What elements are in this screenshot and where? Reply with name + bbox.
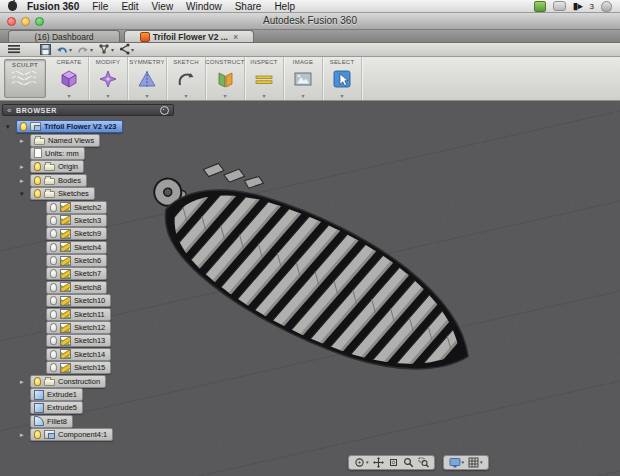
ribbon-group-caret[interactable]: ▾ [223,93,226,99]
display-dropdown-caret[interactable]: ▾ [462,460,465,465]
select-icon[interactable] [331,65,353,93]
ribbon-group-image[interactable]: IMAGE▾ [284,57,323,100]
hierarchy-dropdown-caret[interactable]: ▾ [111,47,114,53]
menu-share[interactable]: Share [235,1,262,12]
expand-arrow[interactable]: ▸ [20,177,30,184]
ribbon-group-create[interactable]: CREATE▾ [50,57,89,100]
tree-node-sketch4[interactable]: Sketch4 [46,241,107,254]
ribbon-group-symmetry[interactable]: SYMMETRY▾ [128,57,167,100]
tree-node-extrude5[interactable]: Extrude5 [30,401,83,414]
grid-button[interactable]: ▾ [468,454,483,472]
tree-node-sketch2[interactable]: Sketch2 [46,201,107,214]
orbit-button[interactable]: ▾ [354,454,369,472]
ribbon-group-modify[interactable]: MODIFY▾ [89,57,128,100]
fit-button[interactable] [388,454,399,472]
visibility-bulb-icon[interactable] [50,323,57,332]
image-icon[interactable] [292,65,314,93]
expand-arrow[interactable]: ▸ [20,378,30,385]
save-button[interactable] [40,41,51,59]
construct-icon[interactable] [214,65,236,93]
create-icon[interactable] [58,65,80,93]
sync-status-icon[interactable] [534,1,546,12]
inspect-icon[interactable] [253,65,275,93]
visibility-bulb-icon[interactable] [50,269,57,278]
visibility-bulb-icon[interactable] [34,430,41,439]
tree-node-fillet8[interactable]: Fillet8 [30,415,73,428]
browser-filter-icon[interactable] [160,106,169,115]
tab-document[interactable]: Trifoil Flower V2 ... × [124,30,254,42]
share-button[interactable]: ▾ [119,41,134,59]
ribbon-group-caret[interactable]: ▾ [340,93,343,99]
menu-help[interactable]: Help [274,1,295,12]
visibility-bulb-icon[interactable] [50,243,57,252]
job-status-icon[interactable]: ▮▸ [573,1,582,11]
tree-node-named-views[interactable]: Named Views [30,134,100,147]
tree-node-extrude1[interactable]: Extrude1 [30,388,83,401]
orbit-dropdown-caret[interactable]: ▾ [366,460,369,465]
zoom-window-button[interactable] [418,454,429,472]
tree-node-sketch3[interactable]: Sketch3 [46,214,107,227]
tree-node-trifoil-flower-v2-v23[interactable]: Trifoil Flower V2 v23 [16,120,123,133]
visibility-bulb-icon[interactable] [34,162,41,171]
ribbon-group-inspect[interactable]: INSPECT▾ [245,57,284,100]
pan-button[interactable] [373,454,384,472]
expand-arrow[interactable]: ▾ [6,123,16,130]
visibility-bulb-icon[interactable] [34,377,41,386]
tree-node-sketch14[interactable]: Sketch14 [46,348,111,361]
visibility-bulb-icon[interactable] [50,296,57,305]
visibility-bulb-icon[interactable] [34,189,41,198]
symmetry-icon[interactable] [136,65,158,93]
visibility-bulb-icon[interactable] [50,363,57,372]
menu-fusion-360[interactable]: Fusion 360 [27,1,79,12]
tab-close-icon[interactable]: × [233,32,238,42]
visibility-bulb-icon[interactable] [50,216,57,225]
grid-dropdown-caret[interactable]: ▾ [480,460,483,465]
tree-node-sketches[interactable]: Sketches [30,187,95,200]
sketch-icon[interactable] [175,65,197,93]
expand-arrow[interactable]: ▸ [20,431,30,438]
zoom-button[interactable] [403,454,414,472]
menu-edit[interactable]: Edit [121,1,138,12]
tree-node-origin[interactable]: Origin [30,160,84,173]
hierarchy-button[interactable]: ▾ [98,41,114,59]
ribbon-group-caret[interactable]: ▾ [106,93,109,99]
visibility-bulb-icon[interactable] [50,350,57,359]
share-dropdown-caret[interactable]: ▾ [131,47,134,53]
visibility-bulb-icon[interactable] [50,310,57,319]
ribbon-group-caret[interactable]: ▾ [262,93,265,99]
tree-node-sketch13[interactable]: Sketch13 [46,334,111,347]
tree-node-sketch12[interactable]: Sketch12 [46,321,111,334]
ribbon-group-caret[interactable]: ▾ [145,93,148,99]
visibility-bulb-icon[interactable] [50,229,57,238]
visibility-bulb-icon[interactable] [50,336,57,345]
tree-node-sketch9[interactable]: Sketch9 [46,227,107,240]
redo-dropdown-caret[interactable]: ▾ [90,47,93,53]
ribbon-group-caret[interactable]: ▾ [67,93,70,99]
ribbon-group-caret[interactable]: ▾ [184,93,187,99]
visibility-bulb-icon[interactable] [34,176,41,185]
tree-node-sketch6[interactable]: Sketch6 [46,254,107,267]
tree-node-construction[interactable]: Construction [30,375,106,388]
expand-arrow[interactable]: ▸ [20,163,30,170]
expand-arrow[interactable]: ▾ [20,190,30,197]
menu-button[interactable] [8,41,20,59]
tree-node-units-mm[interactable]: Units: mm [30,147,85,160]
undo-button[interactable]: ▾ [56,41,72,59]
ribbon-group-sketch[interactable]: SKETCH▾ [167,57,206,100]
menu-file[interactable]: File [92,1,108,12]
tree-node-sketch7[interactable]: Sketch7 [46,267,107,280]
tree-node-sketch15[interactable]: Sketch15 [46,361,111,374]
battery-icon[interactable] [553,1,566,11]
tree-node-component4-1[interactable]: Component4:1 [30,428,113,441]
ribbon-group-construct[interactable]: CONSTRUCT▾ [206,57,245,100]
tree-node-bodies[interactable]: Bodies [30,174,87,187]
menu-view[interactable]: View [152,1,174,12]
redo-button[interactable]: ▾ [77,41,93,59]
visibility-bulb-icon[interactable] [50,283,57,292]
notification-icon[interactable] [601,1,612,12]
model-leaf-pod[interactable] [122,138,499,412]
ribbon-group-caret[interactable]: ▾ [301,93,304,99]
menu-window[interactable]: Window [186,1,222,12]
undo-dropdown-caret[interactable]: ▾ [69,47,72,53]
tree-node-sketch8[interactable]: Sketch8 [46,281,107,294]
